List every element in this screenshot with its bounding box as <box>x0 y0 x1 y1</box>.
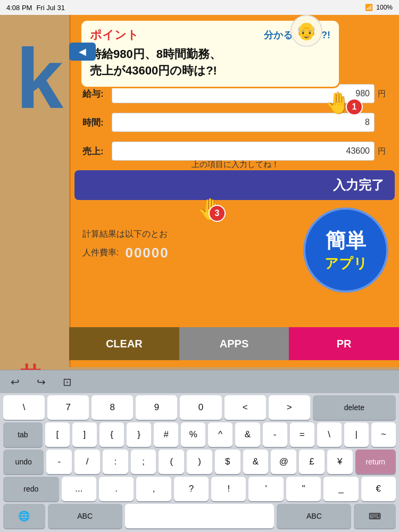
hours-label: 時間: <box>82 117 112 129</box>
bg-bottom-text1: サ <box>16 348 45 372</box>
key-gt[interactable]: > <box>269 395 310 420</box>
redo-key[interactable]: redo <box>3 477 59 501</box>
undo-key[interactable]: undo <box>3 450 44 474</box>
sales-row: 売上: 43600 円 <box>82 142 388 161</box>
key-minus2[interactable]: - <box>46 450 72 474</box>
undo-button[interactable]: ↩ <box>6 373 24 390</box>
simple-app-badge: 簡単 アプリ <box>303 207 388 293</box>
key-question[interactable]: ? <box>174 477 209 501</box>
key-8[interactable]: 8 <box>92 395 133 420</box>
key-semicolon[interactable]: ; <box>131 450 156 474</box>
key-at[interactable]: @ <box>271 450 296 474</box>
hours-input[interactable]: 8 <box>112 113 375 132</box>
abc-right-key[interactable]: ABC <box>277 504 351 528</box>
key-backslash[interactable]: \ <box>3 395 45 420</box>
sales-input[interactable]: 43600 <box>112 142 375 161</box>
key-hash[interactable]: # <box>154 422 178 447</box>
key-ampersand[interactable]: & <box>235 422 260 447</box>
key-dollar[interactable]: $ <box>215 450 240 474</box>
sales-label: 売上: <box>82 145 112 157</box>
key-rbrace[interactable]: } <box>127 422 151 447</box>
key-exclaim[interactable]: ! <box>211 477 246 501</box>
key-rbracket[interactable]: ] <box>72 422 97 447</box>
badge-line2: アプリ <box>325 254 368 273</box>
key-minus[interactable]: - <box>263 422 287 447</box>
key-tilde[interactable]: ~ <box>371 422 396 447</box>
key-lparen[interactable]: ( <box>159 450 184 474</box>
key-0[interactable]: 0 <box>180 395 221 420</box>
clear-button[interactable]: CLEAR <box>69 327 179 360</box>
globe-key[interactable]: 🌐 <box>3 504 45 528</box>
key-underscore[interactable]: _ <box>323 477 358 501</box>
key-bslash2[interactable]: \ <box>317 422 342 447</box>
return-key[interactable]: return <box>355 450 396 474</box>
key-lbrace[interactable]: { <box>99 422 124 447</box>
key-period[interactable]: . <box>99 477 134 501</box>
pointer-number-1: 1 <box>346 98 363 115</box>
status-day: Fri Jul 31 <box>36 4 64 12</box>
apps-button[interactable]: APPS <box>179 327 289 360</box>
key-7[interactable]: 7 <box>47 395 89 420</box>
key-9[interactable]: 9 <box>136 395 177 420</box>
keyboard-area: ↩ ↪ ⊡ \ 7 8 9 0 < > delete tab [ ] { } #… <box>0 370 399 532</box>
redo-button[interactable]: ↪ <box>32 373 50 390</box>
key-pipe[interactable]: | <box>344 422 369 447</box>
key-comma[interactable]: , <box>136 477 171 501</box>
pointer-number-3: 3 <box>209 205 226 222</box>
key-lbracket[interactable]: [ <box>45 422 70 447</box>
key-rparen[interactable]: ) <box>187 450 212 474</box>
key-euro[interactable]: € <box>361 477 396 501</box>
wifi-icon: 📶 <box>365 4 373 11</box>
battery-indicator: 100% <box>376 4 393 11</box>
helper-text: 上の項目に入力してね！ <box>82 160 388 170</box>
salary-label: 給与: <box>82 88 112 100</box>
pr-button[interactable]: PR <box>289 327 399 360</box>
key-percent[interactable]: % <box>181 422 205 447</box>
bottom-buttons: CLEAR APPS PR <box>69 327 399 360</box>
back-button[interactable]: ◀ <box>69 43 96 61</box>
key-ellipsis[interactable]: ... <box>62 477 96 501</box>
result-label: 人件費率: <box>82 247 119 259</box>
quiz-body: 時給980円、8時間勤務、売上が43600円の時は?! <box>90 46 330 79</box>
keyboard-hide-key[interactable]: ⌨ <box>354 504 396 528</box>
space-key[interactable] <box>125 504 274 528</box>
character-icon: 👴 <box>290 15 322 47</box>
key-squote[interactable]: ' <box>248 477 283 501</box>
status-time: 4:08 PM <box>6 4 32 12</box>
key-yen[interactable]: ¥ <box>327 450 353 474</box>
abc-left-key[interactable]: ABC <box>48 504 122 528</box>
tab-key[interactable]: tab <box>3 422 43 447</box>
bg-letter: k <box>16 36 63 121</box>
key-slash[interactable]: / <box>74 450 100 474</box>
status-bar: 4:08 PM Fri Jul 31 📶 100% <box>0 0 399 15</box>
salary-unit: 円 <box>378 89 388 99</box>
key-lt[interactable]: < <box>225 395 266 420</box>
keyboard-toolbar: ↩ ↪ ⊡ <box>0 370 399 393</box>
key-dquote[interactable]: " <box>286 477 321 501</box>
delete-key[interactable]: delete <box>313 395 396 420</box>
sales-unit: 円 <box>378 146 388 156</box>
copy-button[interactable]: ⊡ <box>59 373 76 390</box>
badge-line1: 簡単 <box>326 227 366 254</box>
result-text: 計算結果は以下のとお <box>82 229 168 240</box>
key-equals[interactable]: = <box>290 422 314 447</box>
result-value: 00000 <box>125 245 169 261</box>
key-colon[interactable]: : <box>103 450 128 474</box>
form-area: 給与: 980 円 時間: 8 売上: 43600 円 <box>82 84 388 170</box>
hours-row: 時間: 8 <box>82 113 388 132</box>
key-pound[interactable]: £ <box>299 450 325 474</box>
complete-button[interactable]: 入力完了 <box>74 170 395 200</box>
keyboard-keys: \ 7 8 9 0 < > delete tab [ ] { } # % ^ &… <box>0 393 399 530</box>
key-caret[interactable]: ^ <box>208 422 232 447</box>
key-amp2[interactable]: & <box>243 450 269 474</box>
quiz-title: ポイント <box>90 27 139 43</box>
